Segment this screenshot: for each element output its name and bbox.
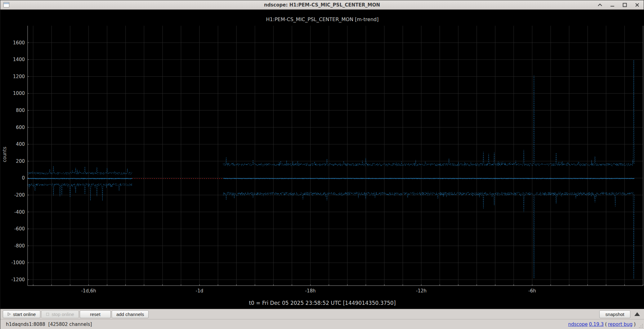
server-info: h1daqnds1:8088 [425802 channels] bbox=[6, 322, 92, 327]
stop-online-button[interactable]: stop online bbox=[41, 310, 79, 318]
play-triangle-icon bbox=[7, 312, 11, 316]
minimize-button[interactable] bbox=[610, 2, 615, 8]
ndscope-link[interactable]: ndscope bbox=[568, 322, 588, 327]
svg-text:-1d,6h: -1d,6h bbox=[81, 288, 96, 294]
stop-square-icon bbox=[46, 313, 49, 316]
toolbar: start online stop online reset add chann… bbox=[0, 309, 644, 319]
snapshot-label: snapshot bbox=[606, 312, 624, 317]
t0-label: t0 = Fri Dec 05 2025 23:58:52 UTC [14490… bbox=[0, 300, 644, 306]
start-online-button[interactable]: start online bbox=[3, 310, 40, 318]
svg-text:-6h: -6h bbox=[528, 288, 536, 294]
close-x-icon bbox=[635, 3, 639, 7]
svg-text:1000: 1000 bbox=[13, 91, 25, 96]
paren-close: ) bbox=[634, 322, 636, 327]
svg-text:0: 0 bbox=[22, 175, 25, 181]
version-link[interactable]: 0.19.3 bbox=[589, 322, 604, 327]
svg-text:-200: -200 bbox=[14, 192, 25, 198]
minimize-icon bbox=[610, 3, 615, 7]
statusbar: h1daqnds1:8088 [425802 channels] ndscope… bbox=[0, 319, 644, 329]
svg-text:-400: -400 bbox=[14, 209, 25, 215]
svg-text:-18h: -18h bbox=[305, 288, 316, 294]
stop-online-label: stop online bbox=[51, 312, 74, 317]
plot-title: H1:PEM-CS_MIC_PSL_CENTER_MON [m-trend] bbox=[0, 16, 644, 22]
add-channels-button[interactable]: add channels bbox=[112, 310, 149, 318]
svg-text:-800: -800 bbox=[14, 243, 25, 249]
svg-text:1400: 1400 bbox=[13, 57, 25, 62]
timeseries-plot[interactable]: 16001400120010008006004002000-200-400-60… bbox=[0, 10, 644, 309]
collapse-triangle-up-icon[interactable] bbox=[634, 312, 640, 316]
window-title: ndscope: H1:PEM-CS_MIC_PSL_CENTER_MON bbox=[0, 2, 644, 8]
plot-container: 16001400120010008006004002000-200-400-60… bbox=[0, 10, 644, 309]
svg-text:200: 200 bbox=[16, 158, 25, 164]
maximize-icon bbox=[623, 3, 627, 7]
window-controls bbox=[597, 0, 640, 10]
svg-text:-12h: -12h bbox=[416, 288, 427, 294]
report-bug-link[interactable]: report bug bbox=[608, 322, 633, 327]
reset-button[interactable]: reset bbox=[80, 310, 111, 318]
y-axis-label: counts bbox=[2, 139, 7, 170]
add-channels-label: add channels bbox=[116, 312, 144, 317]
paren-open: ( bbox=[605, 322, 607, 327]
shade-button[interactable] bbox=[597, 2, 603, 8]
reset-label: reset bbox=[90, 312, 100, 317]
snapshot-button[interactable]: snapshot bbox=[599, 310, 630, 318]
svg-text:1600: 1600 bbox=[13, 40, 25, 46]
start-online-label: start online bbox=[13, 312, 36, 317]
svg-text:1200: 1200 bbox=[13, 74, 25, 79]
ndscope-window: ndscope: H1:PEM-CS_MIC_PSL_CENTER_MON bbox=[0, 0, 644, 329]
svg-text:600: 600 bbox=[16, 125, 25, 130]
svg-text:400: 400 bbox=[16, 141, 25, 147]
statusbar-links: ndscope 0.19.3 (report bug) bbox=[568, 322, 636, 327]
close-button[interactable] bbox=[634, 2, 640, 8]
resize-grip[interactable] bbox=[639, 324, 643, 328]
svg-text:-1000: -1000 bbox=[11, 260, 25, 265]
chevron-up-icon bbox=[597, 3, 602, 7]
maximize-button[interactable] bbox=[622, 2, 628, 8]
svg-text:-1d: -1d bbox=[196, 288, 203, 294]
svg-text:-600: -600 bbox=[14, 226, 25, 232]
svg-text:800: 800 bbox=[16, 108, 25, 113]
window-icon bbox=[3, 2, 9, 7]
svg-text:-1200: -1200 bbox=[11, 277, 25, 282]
titlebar[interactable]: ndscope: H1:PEM-CS_MIC_PSL_CENTER_MON bbox=[0, 0, 644, 10]
